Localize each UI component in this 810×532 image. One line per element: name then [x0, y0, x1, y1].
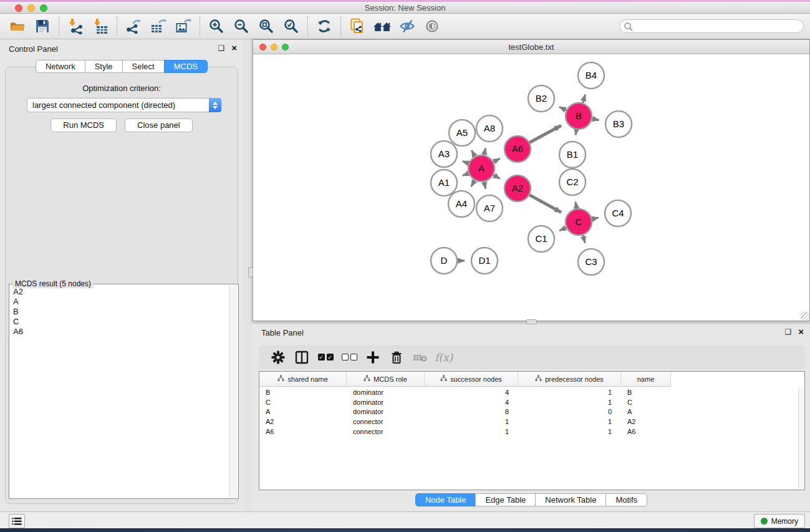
column-header-successor-nodes[interactable]: successor nodes: [425, 372, 518, 387]
table-cell[interactable]: 1: [518, 388, 621, 398]
show-column-icon[interactable]: [290, 346, 314, 369]
close-window-button[interactable]: [15, 4, 22, 12]
tab-network-table[interactable]: Network Table: [535, 493, 606, 506]
table-row[interactable]: Bdominator41B: [259, 388, 804, 398]
table-options-gear-icon[interactable]: [266, 346, 290, 369]
graph-edge-A-A6[interactable]: [493, 158, 500, 162]
ndex-home-icon[interactable]: [370, 15, 395, 37]
export-table-icon[interactable]: [146, 15, 171, 37]
import-network-icon[interactable]: [63, 15, 88, 37]
table-cell[interactable]: 1: [425, 417, 518, 427]
graph-edge-A-A1[interactable]: [463, 173, 470, 176]
zoom-window-button[interactable]: [40, 4, 47, 12]
graph-edge-C-C2[interactable]: [576, 202, 577, 210]
table-cell[interactable]: A: [259, 407, 347, 417]
open-session-icon[interactable]: [5, 15, 30, 37]
splitter-handle-bottom[interactable]: [526, 319, 537, 324]
result-node-item[interactable]: C: [13, 317, 227, 327]
table-cell[interactable]: dominator: [347, 407, 425, 417]
table-cell[interactable]: B: [259, 388, 347, 398]
table-cell[interactable]: connector: [347, 427, 425, 437]
table-cell[interactable]: 4: [425, 388, 518, 398]
graph-edge-C-C3[interactable]: [582, 235, 585, 243]
graph-edge-B-B4[interactable]: [582, 95, 585, 104]
table-cell[interactable]: A6: [259, 427, 347, 437]
network-canvas[interactable]: AA1A2A3A4A5A6A7A8BB1B2B3B4CC1C2C3C4DD1: [253, 55, 809, 321]
table-cell[interactable]: C: [621, 398, 671, 408]
zoom-network-window-button[interactable]: [282, 44, 289, 51]
refresh-icon[interactable]: [312, 15, 337, 37]
result-node-item[interactable]: A: [13, 297, 227, 307]
table-cell[interactable]: 0: [518, 407, 621, 417]
graph-edge-A6-B[interactable]: [529, 125, 561, 143]
export-network-icon[interactable]: [121, 15, 146, 37]
export-image-icon[interactable]: [171, 15, 196, 37]
table-scrollbar[interactable]: [798, 387, 804, 489]
add-column-icon[interactable]: [361, 346, 385, 369]
tab-node-table[interactable]: Node Table: [415, 493, 476, 506]
result-scrollbar[interactable]: [229, 285, 238, 498]
table-row[interactable]: A2connector11A2: [259, 417, 804, 427]
table-cell[interactable]: dominator: [347, 398, 425, 408]
table-cell[interactable]: A: [621, 407, 671, 417]
graph-edge-A-A2[interactable]: [493, 175, 500, 178]
function-builder-icon[interactable]: f(x): [435, 351, 453, 364]
minimize-network-window-button[interactable]: [271, 44, 277, 51]
close-table-panel-icon[interactable]: ×: [798, 328, 804, 336]
run-mcds-button[interactable]: Run MCDS: [51, 118, 117, 132]
table-row[interactable]: Cdominator41C: [259, 398, 804, 408]
hide-eye-icon[interactable]: [395, 15, 420, 37]
window-resize-grip[interactable]: [801, 312, 809, 320]
tab-select[interactable]: Select: [122, 60, 165, 73]
close-network-window-button[interactable]: [259, 44, 266, 51]
delete-column-icon[interactable]: [385, 346, 408, 369]
table-cell[interactable]: B: [621, 388, 671, 398]
table-cell[interactable]: 1: [518, 398, 621, 408]
table-cell[interactable]: 1: [425, 427, 518, 437]
graph-edge-B-B3[interactable]: [592, 118, 599, 120]
float-table-panel-icon[interactable]: ❑: [784, 327, 791, 336]
tab-edge-table[interactable]: Edge Table: [475, 493, 536, 506]
column-header-MCDS-role[interactable]: MCDS role: [347, 372, 425, 387]
table-row[interactable]: A6connector11A6: [259, 427, 804, 437]
minimize-window-button[interactable]: [27, 4, 35, 12]
import-table-icon[interactable]: [88, 15, 113, 37]
table-cell[interactable]: C: [259, 398, 347, 408]
table-cell[interactable]: 4: [425, 398, 518, 408]
select-all-checkboxes-icon[interactable]: ✓✓: [314, 346, 337, 369]
search-input[interactable]: [619, 19, 804, 33]
column-header-name[interactable]: name: [621, 372, 671, 387]
close-panel-button[interactable]: Close panel: [125, 118, 193, 132]
table-cell[interactable]: A2: [621, 417, 671, 427]
tab-style[interactable]: Style: [85, 60, 123, 73]
table-cell[interactable]: 1: [518, 417, 621, 427]
show-eye-icon[interactable]: [420, 15, 445, 37]
graph-edge-B-B2[interactable]: [559, 107, 567, 111]
graph-edge-A-A8[interactable]: [484, 148, 485, 155]
tab-motifs[interactable]: Motifs: [605, 493, 647, 506]
table-row[interactable]: Adominator80A: [259, 407, 804, 417]
graph-edge-A-A7[interactable]: [484, 181, 485, 189]
graph-edge-A-A5[interactable]: [471, 150, 475, 157]
task-history-button[interactable]: [9, 514, 25, 528]
graph-edge-C-C1[interactable]: [559, 228, 567, 231]
zoom-selected-icon[interactable]: [279, 15, 304, 37]
graph-edge-C-C4[interactable]: [591, 218, 598, 220]
table-cell[interactable]: A6: [621, 427, 671, 437]
table-cell[interactable]: 8: [425, 407, 518, 417]
float-panel-icon[interactable]: ❑: [218, 44, 224, 52]
close-panel-icon[interactable]: ×: [231, 44, 237, 52]
zoom-in-icon[interactable]: [204, 15, 229, 37]
table-cell[interactable]: dominator: [347, 388, 425, 398]
graph-edge-A-A3[interactable]: [463, 161, 470, 163]
dropdown-stepper-icon[interactable]: [209, 98, 221, 112]
tab-network[interactable]: Network: [36, 60, 85, 73]
column-header-shared-name[interactable]: shared name: [259, 372, 347, 387]
tab-mcds[interactable]: MCDS: [164, 60, 208, 73]
zoom-fit-icon[interactable]: [254, 15, 279, 37]
delete-table-icon[interactable]: [408, 346, 432, 369]
result-node-item[interactable]: A2: [13, 287, 227, 297]
graph-edge-A2-C[interactable]: [529, 195, 561, 212]
graph-edge-A-A4[interactable]: [471, 180, 475, 186]
graph-edge-B-B1[interactable]: [576, 129, 577, 135]
